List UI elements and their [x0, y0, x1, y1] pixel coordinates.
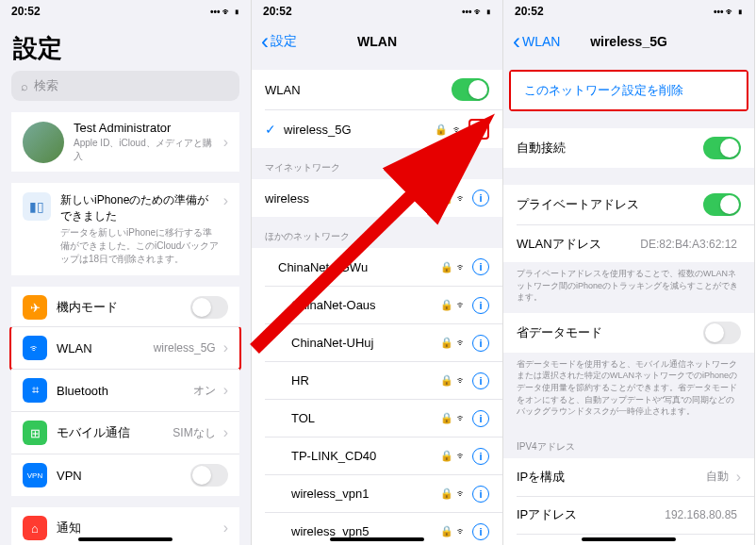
info-icon[interactable]: i: [472, 448, 489, 465]
status-time: 20:52: [11, 5, 41, 18]
bluetooth-icon: ⌗: [23, 378, 47, 403]
wifi-signal-icon: ᯤ: [452, 124, 463, 135]
private-address-desc: プライベートアドレスを使用することで、複数のWLANネットワーク間のiPhone…: [503, 262, 754, 313]
wlan-screen: 20:52 ••• ᯤ ▮ 設定 WLAN WLAN ✓ wireless_5G…: [252, 0, 503, 545]
wifi-icon: ᯤ: [23, 336, 47, 360]
connectivity-group: ✈ 機内モード ᯤ WLAN wireless_5G › ⌗ Bluetooth…: [11, 287, 239, 496]
user-name: Test Administrator: [74, 121, 220, 135]
low-data-row[interactable]: 省データモード: [503, 313, 754, 353]
status-time: 20:52: [515, 5, 544, 18]
wlan-row[interactable]: ᯤ WLAN wireless_5G ›: [9, 326, 241, 371]
info-icon[interactable]: i: [472, 335, 489, 352]
promo-card[interactable]: ▮▯ 新しいiPhoneのための準備ができました データを新しいiPhoneに移…: [11, 183, 239, 275]
user-sub: Apple ID、iCloud、メディアと購入: [74, 137, 220, 163]
avatar: [23, 122, 64, 163]
status-bar: 20:52 ••• ᯤ ▮: [252, 0, 502, 23]
network-row[interactable]: TOL🔒 ᯤi: [265, 399, 502, 437]
search-field[interactable]: ⌕ 検索: [11, 71, 239, 101]
connected-network-row[interactable]: ✓ wireless_5G 🔒 ᯤ i: [265, 109, 502, 148]
my-network-header: マイネットワーク: [252, 148, 502, 179]
wlan-toggle-row[interactable]: WLAN: [252, 70, 502, 109]
status-time: 20:52: [263, 5, 292, 18]
status-bar: 20:52 ••• ᯤ ▮: [503, 0, 754, 23]
info-icon[interactable]: i: [472, 372, 489, 389]
ip-config-row[interactable]: IPを構成 自動 ›: [503, 458, 754, 496]
bell-icon: ⌂: [23, 516, 47, 540]
nav-bar: WLAN wireless_5G: [503, 23, 754, 60]
search-placeholder: 検索: [34, 77, 58, 94]
info-icon[interactable]: i: [472, 523, 489, 540]
vpn-icon: VPN: [23, 463, 47, 487]
low-data-desc: 省データモードを使用すると、モバイル通信ネットワークまたは選択された特定のWLA…: [503, 353, 754, 427]
nav-title: wireless_5G: [590, 34, 667, 49]
wlan-toggle[interactable]: [452, 78, 489, 101]
bluetooth-row[interactable]: ⌗ Bluetooth オン ›: [11, 369, 239, 411]
forget-network-button[interactable]: このネットワーク設定を削除: [511, 72, 747, 109]
private-address-row[interactable]: プライベートアドレス: [503, 185, 754, 224]
chevron-right-icon: ›: [223, 382, 228, 399]
network-row[interactable]: HR🔒 ᯤi: [265, 361, 502, 399]
wlan-address-row: WLANアドレス DE:82:B4:A3:62:12: [517, 224, 754, 262]
info-icon[interactable]: i: [472, 297, 489, 314]
search-icon: ⌕: [21, 79, 28, 93]
status-icons: ••• ᯤ ▮: [210, 7, 239, 17]
other-networks-header: ほかのネットワーク: [252, 217, 502, 248]
info-icon[interactable]: i: [472, 190, 489, 206]
ip-address-row: IPアドレス 192.168.80.85: [517, 496, 754, 534]
network-row[interactable]: wireless_vpn1🔒 ᯤi: [265, 474, 502, 512]
mobile-row[interactable]: ⊞ モバイル通信 SIMなし ›: [11, 411, 239, 454]
low-data-toggle[interactable]: [703, 322, 741, 344]
lock-icon: 🔒: [435, 124, 448, 136]
promo-body: データを新しいiPhoneに移行する準備ができました。このiCloudバックアッ…: [60, 226, 220, 266]
info-icon[interactable]: i: [472, 410, 489, 427]
airplane-row[interactable]: ✈ 機内モード: [11, 287, 239, 328]
auto-join-row[interactable]: 自動接続: [503, 128, 754, 168]
network-row[interactable]: ChinaNet-Oaus🔒 ᯤi: [265, 286, 502, 323]
private-address-toggle[interactable]: [703, 193, 741, 216]
info-icon[interactable]: i: [468, 119, 489, 140]
vpn-row[interactable]: VPN VPN: [11, 454, 239, 496]
chevron-right-icon: ›: [223, 520, 228, 537]
chevron-right-icon: ›: [223, 134, 228, 151]
settings-screen: 20:52 ••• ᯤ ▮ 設定 ⌕ 検索 Test Administrator…: [0, 0, 252, 545]
apple-id-card[interactable]: Test Administrator Apple ID、iCloud、メディアと…: [11, 112, 239, 172]
airplane-icon: ✈: [23, 295, 47, 320]
check-icon: ✓: [265, 122, 276, 137]
phone-icon: ▮▯: [23, 192, 51, 221]
page-title: 設定: [0, 23, 251, 71]
airplane-toggle[interactable]: [190, 296, 228, 319]
back-button[interactable]: WLAN: [513, 34, 560, 49]
antenna-icon: ⊞: [23, 421, 47, 445]
home-indicator[interactable]: [582, 537, 676, 541]
home-indicator[interactable]: [78, 537, 173, 541]
back-button[interactable]: 設定: [261, 33, 297, 50]
status-bar: 20:52 ••• ᯤ ▮: [0, 0, 251, 23]
home-indicator[interactable]: [330, 537, 424, 541]
ipv4-header: IPV4アドレス: [503, 427, 754, 458]
nav-bar: 設定 WLAN: [252, 23, 502, 60]
status-icons: ••• ᯤ ▮: [714, 7, 743, 17]
chevron-right-icon: ›: [736, 469, 741, 486]
promo-title: 新しいiPhoneのための準備ができました: [60, 192, 220, 224]
network-row[interactable]: ChinaNet-6GWu🔒 ᯤi: [252, 248, 502, 286]
network-row[interactable]: ChinaNet-UHuj🔒 ᯤi: [265, 323, 502, 361]
vpn-toggle[interactable]: [190, 464, 228, 487]
info-icon[interactable]: i: [472, 486, 489, 503]
chevron-right-icon: ›: [223, 424, 228, 441]
status-icons: ••• ᯤ ▮: [462, 7, 491, 17]
info-icon[interactable]: i: [472, 258, 489, 275]
chevron-right-icon: ›: [223, 339, 228, 356]
auto-join-toggle[interactable]: [703, 137, 741, 159]
network-row[interactable]: TP-LINK_CD40🔒 ᯤi: [265, 437, 502, 474]
chevron-right-icon: ›: [223, 192, 228, 209]
network-detail-screen: 20:52 ••• ᯤ ▮ WLAN wireless_5G このネットワーク設…: [503, 0, 755, 545]
other-networks-list: ChinaNet-6GWu🔒 ᯤiChinaNet-Oaus🔒 ᯤiChinaN…: [252, 248, 502, 545]
nav-title: WLAN: [357, 34, 397, 49]
network-row[interactable]: wireless 🔒 ᯤ i: [252, 179, 502, 217]
